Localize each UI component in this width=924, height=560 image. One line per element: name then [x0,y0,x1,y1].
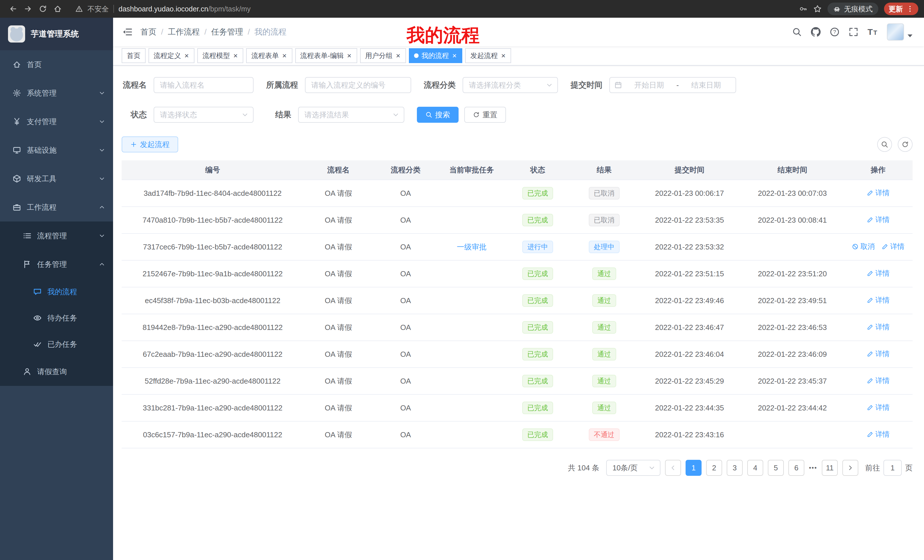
detail-link[interactable]: 详情 [867,188,890,198]
category-select[interactable]: 请选择流程分类 [463,77,558,93]
bookmark-star-icon[interactable] [813,4,822,13]
tab-item[interactable]: 流程表单-编辑× [295,48,357,63]
tab-item[interactable]: 用户分组× [360,48,406,63]
detail-link[interactable]: 详情 [867,376,890,385]
detail-link[interactable]: 详情 [867,430,890,439]
cell-submit-time: 2022-01-22 23:43:16 [638,421,741,448]
font-size-icon[interactable]: TT [867,27,878,37]
close-icon[interactable]: × [233,52,238,59]
sidebar-item-infrastructure[interactable]: 基础设施 [0,136,113,165]
sidebar-item-leave-query[interactable]: 请假查询 [0,357,113,386]
table-row: 52ffd28e-7b9a-11ec-a290-acde48001122OA 请… [122,368,913,394]
tabs-bar: 首页流程定义×流程模型×流程表单×流程表单-编辑×用户分组×我的流程×发起流程× [113,46,924,66]
refresh-table-button[interactable] [898,137,913,152]
pagination-page-5[interactable]: 5 [768,460,784,476]
reset-button[interactable]: 重置 [464,107,506,123]
detail-link[interactable]: 详情 [867,295,890,305]
close-icon[interactable]: × [346,52,352,59]
result-select[interactable]: 请选择流结果 [298,107,404,123]
chevron-down-icon [99,118,105,125]
cell-actions: 详情 [844,421,913,448]
sidebar-item-home[interactable]: 首页 [0,50,113,79]
sidebar-item-process-management[interactable]: 流程管理 [0,222,113,250]
help-icon[interactable]: ? [830,27,840,37]
category-placeholder: 请选择流程分类 [469,80,546,90]
sidebar-item-system[interactable]: 系统管理 [0,79,113,107]
github-icon[interactable] [811,27,820,37]
parent-process-input[interactable] [305,77,411,93]
cell-actions: 详情 [844,207,913,234]
search-icon[interactable] [792,27,802,37]
close-icon[interactable]: × [282,52,287,59]
fullscreen-icon[interactable] [849,27,858,37]
sidebar-item-devtools[interactable]: 研发工具 [0,165,113,193]
sidebar-item-done-tasks[interactable]: 已办任务 [0,331,113,357]
submit-time-range[interactable]: 开始日期 - 结束日期 [609,77,736,93]
browser-back-icon[interactable] [6,2,21,16]
key-icon[interactable] [799,4,807,13]
calendar-icon [615,81,622,89]
cell-status: 已完成 [505,421,570,448]
create-process-button[interactable]: 发起流程 [122,136,178,153]
tab-item[interactable]: 流程模型× [197,48,243,63]
tab-item[interactable]: 我的流程× [409,48,462,63]
pagination-page-4[interactable]: 4 [747,460,763,476]
detail-link[interactable]: 详情 [867,269,890,278]
pagination-page-2[interactable]: 2 [706,460,722,476]
cell-id: 03c6c157-7b9a-11ec-a290-acde48001122 [122,421,303,448]
tab-item[interactable]: 流程表单× [246,48,292,63]
page-size-select[interactable]: 10条/页 [606,460,660,476]
hamburger-icon[interactable] [122,27,132,37]
browser-reload-icon[interactable] [35,2,50,16]
detail-link[interactable]: 详情 [867,322,890,332]
tab-item[interactable]: 流程定义× [148,48,195,63]
sidebar-item-workflow[interactable]: 工作流程 [0,193,113,222]
pagination-page-1[interactable]: 1 [686,460,702,476]
cell-end-time: 2022-01-22 23:45:37 [741,368,844,394]
goto-page-input[interactable] [884,460,902,476]
close-icon[interactable]: × [452,52,457,59]
search-button[interactable]: 搜索 [417,107,459,123]
breadcrumb-item[interactable]: 任务管理 [211,27,243,37]
browser-forward-icon[interactable] [21,2,35,16]
detail-label: 详情 [875,215,890,225]
tab-item[interactable]: 发起流程× [465,48,511,63]
status-badge: 已完成 [522,428,553,441]
breadcrumb-item[interactable]: 首页 [141,27,156,37]
table-toolbar: 发起流程 [122,136,913,153]
pagination-page-3[interactable]: 3 [727,460,742,476]
pagination-page-6[interactable]: 6 [788,460,804,476]
close-icon[interactable]: × [501,52,506,59]
update-label: 更新 [889,4,903,14]
pagination-next-button[interactable] [842,460,858,476]
detail-link[interactable]: 详情 [867,403,890,412]
browser-home-icon[interactable] [50,2,65,16]
sidebar-item-task-management[interactable]: 任务管理 [0,250,113,279]
process-name-input[interactable] [154,77,254,93]
current-task-link[interactable]: 一级审批 [457,243,486,251]
sidebar-item-payment[interactable]: 支付管理 [0,107,113,136]
user-avatar[interactable] [887,23,915,40]
sidebar-item-todo-tasks[interactable]: 待办任务 [0,305,113,331]
browser-menu-icon[interactable] [906,5,914,13]
chevron-down-icon [242,111,248,118]
pagination-prev-button[interactable] [665,460,681,476]
address-bar[interactable]: 不安全 dashboard.yudao.iocoder.cn/bpm/task/… [75,4,799,14]
pagination-page-11[interactable]: 11 [822,460,838,476]
close-icon[interactable]: × [396,52,401,59]
cell-id: 2152467e-7b9b-11ec-9a1b-acde48001122 [122,260,303,287]
detail-link[interactable]: 详情 [882,242,904,251]
eye-icon [33,314,42,322]
detail-link[interactable]: 详情 [867,215,890,225]
show-search-button[interactable] [877,137,892,152]
close-icon[interactable]: × [184,52,189,59]
breadcrumb-item[interactable]: 工作流程 [168,27,200,37]
status-select[interactable]: 请选择状态 [154,107,254,123]
detail-link[interactable]: 详情 [867,349,890,358]
pagination-ellipsis[interactable]: ••• [809,464,817,472]
sidebar-item-my-process[interactable]: 我的流程 [0,279,113,305]
cancel-link[interactable]: 取消 [852,242,874,251]
table-row: 03c6c157-7b9a-11ec-a290-acde48001122OA 请… [122,421,913,448]
tab-item[interactable]: 首页 [122,48,146,63]
update-button[interactable]: 更新 [884,3,918,15]
